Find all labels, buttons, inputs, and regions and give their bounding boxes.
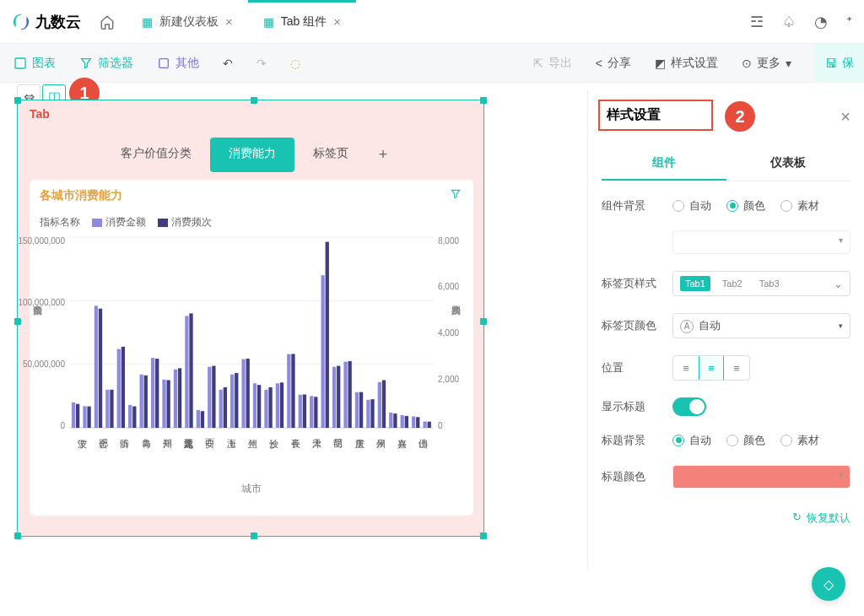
svg-rect-13 <box>110 390 113 428</box>
undo-button[interactable]: ↶ <box>223 57 233 70</box>
tool-style[interactable]: ◩ 样式设置 <box>655 56 718 71</box>
radio-titlebg-auto[interactable]: 自动 <box>672 433 711 448</box>
timer-icon[interactable]: ◔ <box>814 13 828 31</box>
prop-tab-style: 标签页样式 Tab1 Tab2 Tab3 ⌄ <box>602 271 850 296</box>
title-color-swatch[interactable] <box>672 465 850 489</box>
align-right-button[interactable]: ≡ <box>724 356 749 380</box>
bell-icon[interactable]: ♤ <box>782 13 796 31</box>
svg-rect-21 <box>155 359 159 428</box>
tab-widget-nav: 客户价值分类 消费能力 标签页 + <box>18 138 483 172</box>
chart-filter-icon[interactable] <box>450 188 462 203</box>
close-icon[interactable]: × <box>225 14 233 29</box>
close-icon[interactable]: × <box>333 14 341 29</box>
list-icon[interactable]: ☲ <box>750 13 764 31</box>
tool-other[interactable]: 其他 <box>157 56 199 71</box>
style-panel: 样式设置 2 × 组件 仪表板 组件背景 自动 颜色 素材 标签页样式 Tab1… <box>587 89 864 570</box>
panel-tab-dashboard[interactable]: 仪表板 <box>726 147 851 181</box>
chart-legend: 指标名称 消费金额 消费频次 <box>40 215 463 230</box>
topbar-actions: ☲ ♤ ◔ ᕀ <box>750 13 852 31</box>
doc-tab-dashboard[interactable]: ▦ 新建仪表板 × <box>127 0 248 43</box>
reset-defaults-link[interactable]: ↻ 恢复默认 <box>602 511 850 526</box>
tool-chart[interactable]: 图表 <box>14 56 56 71</box>
tab-color-select[interactable]: A自动 ▾ <box>672 313 850 338</box>
tool-filter[interactable]: 筛选器 <box>79 56 133 71</box>
panel-title: 样式设置 <box>607 107 661 122</box>
editor-toolbar: 图表 筛选器 其他 ↶ ↷ ◌ ⇱ 导出 < 分享 ◩ 样式设置 ⊙ 更多 ▾ … <box>0 44 864 83</box>
svg-rect-20 <box>151 358 154 428</box>
svg-rect-14 <box>117 349 121 428</box>
doc-tab-tabwidget[interactable]: ▦ Tab 组件 × <box>248 0 356 43</box>
tool-more-label: 更多 <box>757 56 780 71</box>
tab-nav-add-button[interactable]: + <box>367 138 400 172</box>
dashboard-icon: ▦ <box>142 15 153 29</box>
svg-rect-31 <box>212 366 215 428</box>
position-group: ≡ ≡ ≡ <box>672 355 750 381</box>
svg-rect-19 <box>144 376 148 428</box>
svg-rect-62 <box>389 413 392 428</box>
tab-style-select[interactable]: Tab1 Tab2 Tab3 ⌄ <box>672 271 850 296</box>
radio-bg-auto[interactable]: 自动 <box>672 198 711 213</box>
app-logo: 九数云 <box>12 12 81 32</box>
svg-rect-18 <box>140 375 143 428</box>
svg-rect-50 <box>321 275 325 428</box>
svg-rect-34 <box>230 375 234 428</box>
radio-titlebg-color[interactable]: 颜色 <box>726 433 765 448</box>
tab-nav-item-2[interactable]: 标签页 <box>294 138 367 172</box>
home-icon[interactable] <box>100 14 115 30</box>
brand-text: 九数云 <box>35 12 81 32</box>
svg-rect-60 <box>378 382 381 428</box>
svg-rect-17 <box>132 407 136 428</box>
tab-nav-item-0[interactable]: 客户价值分类 <box>102 138 210 172</box>
logo-swirl-icon <box>12 13 30 31</box>
align-left-button[interactable]: ≡ <box>673 356 699 380</box>
radio-titlebg-material[interactable]: 素材 <box>780 433 819 448</box>
align-center-button[interactable]: ≡ <box>699 356 724 380</box>
tool-export[interactable]: ⇱ 导出 <box>533 56 572 71</box>
doc-tab-label: 新建仪表板 <box>159 14 219 30</box>
svg-rect-6 <box>72 403 75 428</box>
svg-rect-8 <box>83 406 86 428</box>
app-topbar: 九数云 ▦ 新建仪表板 × ▦ Tab 组件 × ☲ ♤ ◔ ᕀ <box>0 0 864 44</box>
svg-rect-43 <box>280 382 284 428</box>
panel-tab-component[interactable]: 组件 <box>602 147 726 181</box>
svg-rect-1 <box>159 58 169 68</box>
tab-nav-item-1[interactable]: 消费能力 <box>210 138 294 172</box>
chat-icon: ◇ <box>824 576 834 592</box>
svg-rect-61 <box>382 381 386 429</box>
tool-save[interactable]: 🖫 保 <box>815 44 864 83</box>
prop-show-title: 显示标题 <box>602 397 850 416</box>
svg-rect-10 <box>94 305 98 428</box>
svg-rect-49 <box>314 397 317 428</box>
svg-rect-12 <box>105 390 109 428</box>
tool-export-label: 导出 <box>548 56 572 71</box>
svg-rect-51 <box>326 242 329 428</box>
refresh-spinner-icon[interactable]: ◌ <box>290 57 300 70</box>
radio-bg-color[interactable]: 颜色 <box>726 198 765 213</box>
show-title-toggle[interactable] <box>672 397 706 416</box>
chart-title: 各城市消费能力 <box>40 188 463 203</box>
svg-rect-37 <box>246 359 250 428</box>
prop-position: 位置 ≡ ≡ ≡ <box>602 355 850 381</box>
svg-rect-28 <box>197 410 200 428</box>
user-icon[interactable]: ᕀ <box>846 13 852 31</box>
svg-rect-63 <box>393 413 397 428</box>
svg-rect-27 <box>189 313 192 428</box>
prop-component-bg: 组件背景 自动 颜色 素材 <box>602 198 850 213</box>
tab-widget[interactable]: Tab 客户价值分类 消费能力 标签页 + 各城市消费能力 指标名称 消费金额 … <box>17 100 484 537</box>
svg-rect-32 <box>219 390 223 428</box>
svg-rect-57 <box>359 392 363 428</box>
document-tab-strip: ▦ 新建仪表板 × ▦ Tab 组件 × <box>127 0 356 43</box>
tool-share[interactable]: < 分享 <box>596 56 631 71</box>
redo-button[interactable]: ↷ <box>256 57 267 70</box>
bg-color-swatch[interactable] <box>672 230 850 254</box>
close-icon[interactable]: × <box>840 107 850 127</box>
svg-rect-7 <box>76 404 79 428</box>
svg-rect-30 <box>208 367 211 428</box>
help-bubble-button[interactable]: ◇ <box>812 567 845 601</box>
svg-rect-42 <box>276 383 279 428</box>
tool-more[interactable]: ⊙ 更多 ▾ <box>742 56 791 71</box>
chart-plot <box>70 237 433 428</box>
svg-rect-16 <box>128 405 132 428</box>
chart-card: 各城市消费能力 指标名称 消费金额 消费频次 0 50,000,000 100,… <box>30 180 473 516</box>
radio-bg-material[interactable]: 素材 <box>780 198 819 213</box>
